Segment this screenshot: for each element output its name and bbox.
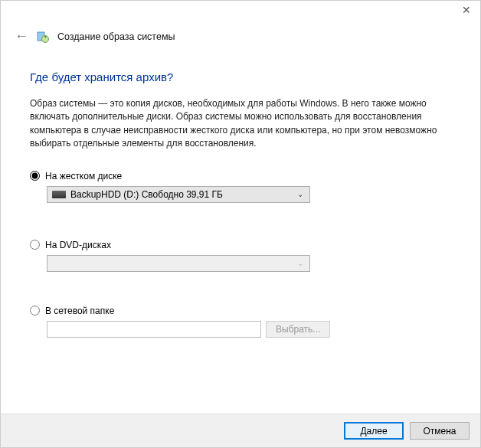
option-network[interactable]: В сетевой папке bbox=[30, 306, 451, 316]
dvd-dropdown: ⌄ bbox=[47, 255, 310, 272]
cancel-button[interactable]: Отмена bbox=[410, 422, 470, 440]
titlebar: ✕ bbox=[1, 1, 480, 22]
header: ← Создание образа системы bbox=[1, 22, 480, 55]
network-path-row: Выбрать... bbox=[47, 321, 451, 338]
disk-icon bbox=[52, 191, 66, 198]
chevron-down-icon: ⌄ bbox=[294, 259, 306, 267]
option-hdd[interactable]: На жестком диске bbox=[30, 171, 451, 181]
page-description: Образ системы — это копия дисков, необхо… bbox=[30, 97, 451, 151]
close-button[interactable]: ✕ bbox=[457, 4, 476, 16]
option-dvd-label: На DVD-дисках bbox=[45, 240, 111, 250]
content-area: Где будет хранится архив? Образ системы … bbox=[1, 55, 480, 338]
browse-button: Выбрать... bbox=[266, 321, 330, 338]
footer: Далее Отмена bbox=[1, 414, 480, 447]
hdd-dropdown[interactable]: BackupHDD (D:) Свободно 39,91 ГБ ⌄ bbox=[47, 186, 310, 203]
wizard-icon bbox=[36, 30, 50, 44]
option-network-label: В сетевой папке bbox=[45, 306, 114, 316]
option-dvd[interactable]: На DVD-дисках bbox=[30, 240, 451, 250]
network-path-input[interactable] bbox=[47, 321, 261, 338]
radio-hdd[interactable] bbox=[30, 171, 40, 181]
wizard-title: Создание образа системы bbox=[57, 31, 175, 42]
back-button[interactable]: ← bbox=[15, 28, 28, 44]
radio-network[interactable] bbox=[30, 306, 40, 316]
next-button[interactable]: Далее bbox=[344, 422, 404, 440]
chevron-down-icon: ⌄ bbox=[294, 190, 306, 198]
radio-dvd[interactable] bbox=[30, 240, 40, 250]
page-heading: Где будет хранится архив? bbox=[30, 70, 451, 83]
option-hdd-label: На жестком диске bbox=[45, 171, 122, 181]
hdd-selected-text: BackupHDD (D:) Свободно 39,91 ГБ bbox=[70, 189, 223, 200]
